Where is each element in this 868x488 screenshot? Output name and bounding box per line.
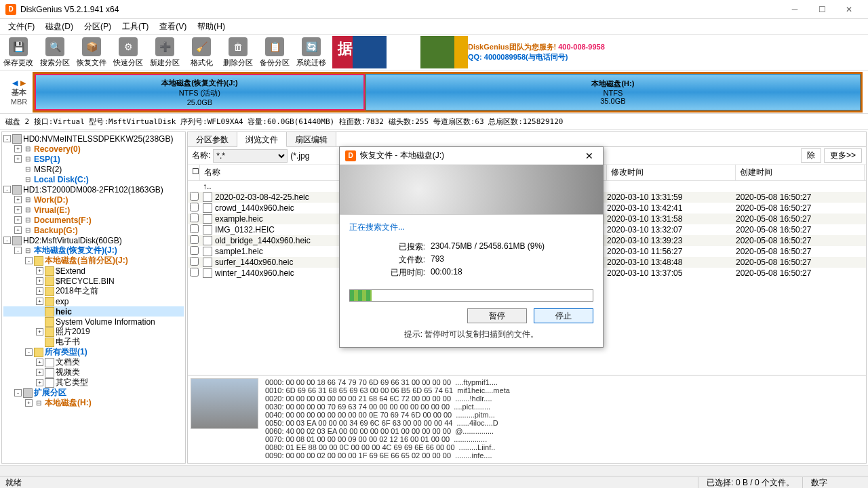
toolbar-button[interactable]: ⚙快速分区 <box>110 34 146 70</box>
tree-expander[interactable]: - <box>3 237 11 244</box>
tree-expander[interactable]: + <box>36 328 43 336</box>
file-checkbox[interactable] <box>190 235 199 244</box>
tree-item[interactable]: +⊟本地磁盘(H:) <box>3 398 184 408</box>
tree-item[interactable]: -HD2:MsftVirtualDisk(60GB) <box>3 235 184 245</box>
tree-item[interactable]: -扩展分区 <box>3 388 184 398</box>
tree-expander[interactable]: - <box>3 135 11 142</box>
file-checkbox[interactable] <box>190 246 199 255</box>
tree-expander[interactable]: - <box>25 348 33 356</box>
toolbar-button[interactable]: 🗑删除分区 <box>220 34 256 70</box>
tab[interactable]: 浏览文件 <box>237 132 287 147</box>
tree-item[interactable]: +⊟Backup(G:) <box>3 225 184 235</box>
tree-expander[interactable]: + <box>36 379 43 386</box>
tree-item[interactable]: +⊟Virual(E:) <box>3 205 184 215</box>
filter-pattern-select[interactable]: *.* <box>213 149 288 163</box>
toolbar-button[interactable]: 🧹格式化 <box>183 34 220 70</box>
folder-icon <box>34 256 43 266</box>
file-checkbox[interactable] <box>190 224 199 233</box>
toolbar-button[interactable]: 🔄系统迁移 <box>293 34 330 70</box>
close-button[interactable]: ✕ <box>835 0 863 19</box>
file-checkbox[interactable] <box>190 268 199 277</box>
file-icon <box>203 247 212 256</box>
tree-expander[interactable]: + <box>14 216 22 224</box>
menu-item[interactable]: 帮助(H) <box>192 20 231 34</box>
maximize-button[interactable]: ☐ <box>808 0 835 19</box>
menu-item[interactable]: 文件(F) <box>3 20 40 34</box>
tree-item[interactable]: ⊟Local Disk(C:) <box>3 174 184 184</box>
vol-icon: ⊟ <box>23 195 33 205</box>
file-checkbox[interactable] <box>190 203 199 211</box>
toolbar-button[interactable]: ➕新建分区 <box>146 34 183 70</box>
tree-expander[interactable]: + <box>14 196 22 203</box>
toolbar-icon: ⚙ <box>119 37 138 56</box>
minimize-button[interactable]: ─ <box>781 0 808 19</box>
tree-item[interactable]: +⊟Work(D:) <box>3 195 184 205</box>
toolbar-icon: 📋 <box>265 37 284 56</box>
tree-expander[interactable]: + <box>14 145 22 152</box>
menu-item[interactable]: 磁盘(D) <box>40 20 79 34</box>
filter-ext: (*.jpg <box>290 151 309 161</box>
tree-expander[interactable]: + <box>36 359 43 366</box>
tree-expander[interactable]: - <box>25 257 33 264</box>
partition-block[interactable]: 本地磁盘(H:)NTFS35.0GB <box>366 74 861 110</box>
toolbar-button[interactable]: 📋备份分区 <box>256 34 293 70</box>
tab[interactable]: 扇区编辑 <box>287 132 336 146</box>
tree-item[interactable]: +2018年之前 <box>3 286 184 296</box>
tree-expander[interactable]: + <box>36 277 43 285</box>
disk-nav[interactable]: ◀ ▶ 基本MBR <box>5 79 33 106</box>
tab[interactable]: 分区参数 <box>188 132 237 146</box>
tree-item[interactable]: System Volume Information <box>3 317 184 327</box>
tree-item[interactable]: -HD0:NVMeINTELSSDPEKKW25(238GB) <box>3 134 184 144</box>
tree-item[interactable]: +⊟ESP(1) <box>3 154 184 164</box>
toolbar-button[interactable]: 🔍搜索分区 <box>37 34 73 70</box>
tree-expander[interactable]: - <box>3 186 11 193</box>
disk-map: ◀ ▶ 基本MBR 本地磁盘(恢复文件)(J:)NTFS (活动)25.0GB本… <box>0 70 868 114</box>
tree-expander[interactable]: + <box>36 287 43 295</box>
menu-item[interactable]: 分区(P) <box>79 20 117 34</box>
stop-button[interactable]: 停止 <box>534 308 593 323</box>
tree-item[interactable]: 电子书 <box>3 337 184 347</box>
tree-item[interactable]: ⊟MSR(2) <box>3 164 184 174</box>
dialog-close-button[interactable]: ✕ <box>581 150 597 161</box>
tree-expander[interactable]: + <box>36 369 43 376</box>
tree-item[interactable]: +$RECYCLE.BIN <box>3 276 184 286</box>
tree-panel[interactable]: -HD0:NVMeINTELSSDPEKKW25(238GB)+⊟Recover… <box>1 131 186 464</box>
menu-item[interactable]: 查看(V) <box>154 20 192 34</box>
tree-expander[interactable]: - <box>14 389 22 396</box>
tree-expander[interactable]: - <box>14 247 22 254</box>
tree-label: $RECYCLE.BIN <box>56 277 115 286</box>
toolbar-button[interactable]: 💾保存更改 <box>0 34 37 70</box>
tree-item[interactable]: +$Extend <box>3 266 184 276</box>
tree-item[interactable]: +⊟Documents(F:) <box>3 215 184 225</box>
tree-expander[interactable]: + <box>14 155 22 163</box>
tree-item[interactable]: +⊟Recovery(0) <box>3 144 184 154</box>
tree-item[interactable]: +其它类型 <box>3 378 184 388</box>
toolbar-button[interactable]: 📦恢复文件 <box>73 34 110 70</box>
tree-item[interactable]: +视频类 <box>3 367 184 378</box>
tree-expander[interactable]: + <box>14 206 22 214</box>
tree-label: Local Disk(C:) <box>34 175 89 184</box>
tree-item[interactable]: +exp <box>3 296 184 306</box>
tree-item[interactable]: -HD1:ST2000DM008-2FR102(1863GB) <box>3 184 184 195</box>
tree-item[interactable]: -⊟本地磁盘(恢复文件)(J:) <box>3 245 184 256</box>
tree-item[interactable]: +照片2019 <box>3 327 184 337</box>
promo-banner[interactable]: 据 DiskGenius团队为您服务! 400-008-9958 QQ: 400… <box>332 36 868 68</box>
tree-item[interactable]: -所有类型(1) <box>3 347 184 357</box>
tree-item[interactable]: +文档类 <box>3 357 184 367</box>
tree-item[interactable]: -本地磁盘(当前分区)(J:) <box>3 256 184 266</box>
filter-more[interactable]: 更多>> <box>824 148 862 163</box>
tree-item[interactable]: heic <box>3 306 184 317</box>
file-checkbox[interactable] <box>190 192 199 201</box>
dialog-titlebar[interactable]: D 恢复文件 - 本地磁盘(J:) ✕ <box>340 147 603 165</box>
tree-scrollbar-h[interactable] <box>0 465 868 476</box>
partition-block[interactable]: 本地磁盘(恢复文件)(J:)NTFS (活动)25.0GB <box>35 74 365 110</box>
filter-clear[interactable]: 除 <box>801 148 821 163</box>
menu-item[interactable]: 工具(T) <box>117 20 154 34</box>
tree-expander[interactable]: + <box>25 399 33 407</box>
pause-button[interactable]: 暂停 <box>467 308 527 323</box>
file-checkbox[interactable] <box>190 257 199 266</box>
tree-expander[interactable]: + <box>14 226 22 234</box>
tree-expander[interactable]: + <box>36 267 43 274</box>
tree-expander[interactable]: + <box>36 298 43 305</box>
file-checkbox[interactable] <box>190 214 199 222</box>
